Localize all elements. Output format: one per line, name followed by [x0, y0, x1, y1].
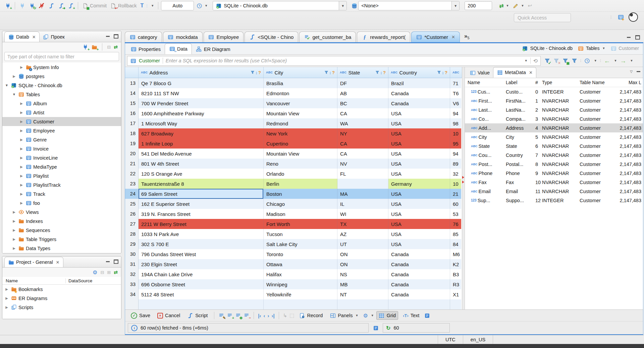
cell-country[interactable]: USA	[388, 118, 450, 128]
cell-country[interactable]: Canada	[388, 279, 450, 289]
edit-row-icon[interactable]: ✎	[218, 312, 224, 318]
maximize-icon[interactable]	[114, 34, 118, 39]
grid-scroll-strip[interactable]	[462, 67, 465, 309]
cell-country[interactable]: USA	[388, 239, 450, 249]
maximize-icon[interactable]	[114, 259, 118, 264]
cell-address[interactable]: 194A Chain Lake Drive	[139, 269, 264, 279]
cell-country[interactable]: Canada	[388, 289, 450, 299]
table-row[interactable]: 30796 Dundas Street WestTorontoONCanadaM…	[125, 249, 462, 259]
sort-hint-icon[interactable]: ?	[258, 70, 261, 75]
cell-postalcode-partial[interactable]: 10	[450, 128, 461, 138]
cell-state[interactable]: CA	[337, 108, 388, 118]
meta-cell[interactable]: 5	[534, 134, 541, 140]
cell-postalcode-partial[interactable]: 85	[450, 229, 461, 239]
sort-hint-icon[interactable]: ?	[383, 70, 386, 75]
meta-cell[interactable]: Country	[504, 153, 534, 158]
object-filter-input[interactable]	[4, 52, 119, 61]
row-number-cell[interactable]: 13	[125, 78, 139, 88]
connect-button[interactable]	[18, 2, 26, 9]
meta-cell[interactable]: Customer	[578, 107, 612, 113]
meta-cell[interactable]: NVARCHAR	[541, 180, 578, 185]
meta-cell[interactable]: Fax	[504, 180, 534, 185]
row-number-cell[interactable]: 34	[125, 289, 139, 299]
expander-icon[interactable]: ▶	[19, 129, 24, 132]
table-row[interactable]	[125, 299, 462, 309]
expander-icon[interactable]: ▼	[4, 83, 9, 87]
meta-cell[interactable]: NVARCHAR	[541, 116, 578, 122]
refresh-filter-icon[interactable]: ⟲	[533, 58, 538, 64]
cell-state[interactable]: IL	[337, 199, 388, 209]
schema-dropdown-arrow[interactable]: ▼	[451, 1, 459, 10]
table-row[interactable]: 23Tauentzienstraße 8BerlinGermany10	[125, 179, 462, 189]
sidebar-item-data-types[interactable]: ▶Data Types	[2, 244, 121, 253]
row-number-cell[interactable]: 23	[125, 179, 139, 189]
plug-add-icon[interactable]: +	[82, 44, 88, 50]
link-with-editor-icon[interactable]: ⇄	[114, 270, 118, 275]
cell-state[interactable]: NS	[337, 269, 388, 279]
cell-postalcode-partial[interactable]: 21	[450, 189, 461, 199]
cell-postalcode-partial[interactable]: 98	[450, 118, 461, 128]
cell-postalcode-partial[interactable]: 53	[450, 209, 461, 219]
fetch-next-icon[interactable]: →	[620, 58, 626, 64]
meta-cell[interactable]: 2	[534, 107, 541, 113]
close-icon[interactable]: ✕	[451, 35, 455, 39]
meta-cell[interactable]: 11	[534, 189, 541, 194]
meta-cell[interactable]: 12	[534, 198, 541, 203]
open-sql-script-button[interactable]: ➜	[57, 2, 65, 9]
expander-icon[interactable]: ▶	[19, 102, 24, 105]
meta-cell[interactable]: Customer	[578, 153, 612, 158]
collapse-all-icon[interactable]: ⊟	[107, 45, 111, 50]
cell-postalcode-partial[interactable]: 76	[450, 219, 461, 229]
fetch-previous-icon[interactable]: ←	[604, 58, 610, 64]
minimize-icon[interactable]	[627, 37, 631, 38]
cell-country[interactable]: USA	[388, 209, 450, 219]
meta-cell[interactable]: Custo...	[504, 89, 534, 95]
cell-state[interactable]: WI	[337, 209, 388, 219]
cell-postalcode-partial[interactable]: 84	[450, 239, 461, 249]
active-connection-combo[interactable]: SQLite - Chinook.db ▼	[213, 1, 347, 10]
table-row[interactable]: 22120 S Orange AveOrlandoFLUSA32	[125, 169, 462, 179]
cell-state[interactable]: AZ	[337, 229, 388, 239]
cell-postalcode-partial[interactable]: 71	[450, 78, 461, 88]
meta-cell[interactable]: 2,147,483	[612, 189, 643, 194]
filter-history-arrow[interactable]: ▼	[525, 59, 528, 62]
cell-country[interactable]: USA	[388, 128, 450, 138]
expander-icon[interactable]: ▶	[12, 210, 16, 214]
cell-state[interactable]: NV	[337, 159, 388, 169]
metadata-row[interactable]: ABCEmailEmail11NVARCHARCustomer2,147,483	[465, 187, 643, 196]
cell-city[interactable]: Toronto	[264, 249, 337, 259]
sidebar-item-postgres[interactable]: ▶postgres	[2, 72, 121, 81]
meta-cell[interactable]: 2,147,483	[612, 198, 643, 203]
cell-state[interactable]: WA	[337, 118, 388, 128]
collapse-all-icon[interactable]: ⊟	[100, 270, 104, 275]
cell-state[interactable]: CA	[337, 138, 388, 149]
meta-cell[interactable]: 2,147,483	[612, 153, 643, 158]
cell-country[interactable]: Canada	[388, 88, 450, 98]
expander-icon[interactable]: ▶	[19, 111, 24, 114]
tab-project-general[interactable]: Project - General ✕	[4, 257, 63, 267]
editor-tab--sqlite-chino[interactable]: <SQLite - Chino	[245, 32, 298, 42]
previous-row-icon[interactable]: ‹	[263, 313, 265, 318]
open-perspective-icon[interactable]: ✦	[618, 14, 624, 20]
meta-cell[interactable]: LastNa...	[504, 107, 534, 113]
sidebar-item-employee[interactable]: ▶Employee	[2, 126, 121, 135]
cell-city[interactable]: Brasília	[264, 78, 337, 88]
meta-cell[interactable]: Suppo...	[504, 198, 534, 203]
apply-filter-icon[interactable]: ✓	[544, 58, 550, 64]
filter-funnel-icon[interactable]	[324, 70, 328, 75]
undo-button[interactable]: ↩	[526, 2, 533, 9]
timer-dropdown-arrow[interactable]: ▼	[594, 59, 597, 62]
cell-postalcode-partial[interactable]: 94	[450, 108, 461, 118]
cell-country[interactable]: Canada	[388, 259, 450, 269]
cell-state[interactable]: UT	[337, 239, 388, 249]
sidebar-item-invoice[interactable]: ▶Invoice	[2, 144, 121, 153]
cell-state[interactable]: MA	[337, 189, 388, 199]
table-row[interactable]: 32194A Chain Lake DriveHalifaxNSCanadaB3	[125, 269, 462, 279]
cell-state[interactable]: FL	[337, 169, 388, 179]
new-sql-editor-button[interactable]: +	[66, 2, 75, 9]
expander-icon[interactable]: ▶	[12, 219, 16, 223]
cell-address[interactable]: 1600 Amphitheatre Parkway	[139, 108, 264, 118]
sql-filter-input[interactable]: Customer Enter a SQL expression to filte…	[127, 56, 541, 66]
breadcrumb-tables[interactable]: Tables▼	[578, 45, 605, 51]
meta-cell-name[interactable]: ABCCou...	[465, 153, 504, 158]
